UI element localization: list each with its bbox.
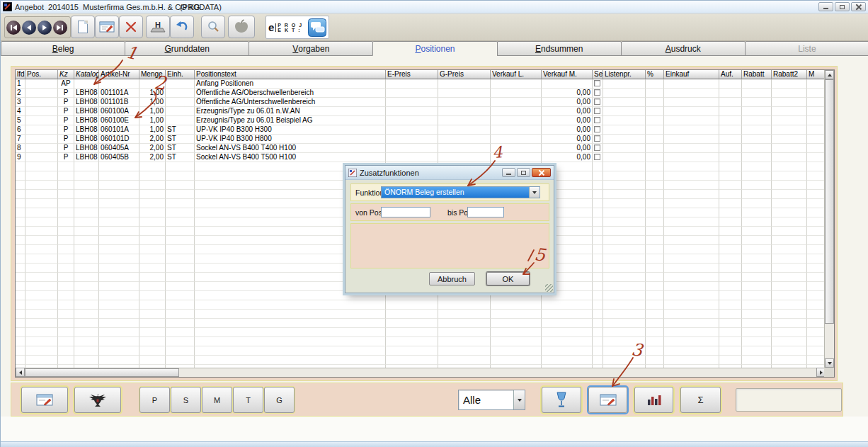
col-header-rabatt2[interactable]: Rabatt2 — [772, 70, 807, 79]
resize-grip[interactable] — [545, 284, 553, 292]
grid-row-4[interactable]: 4PLBH08060100A1,00Erzeugnis/Type zu 06.0… — [16, 107, 826, 116]
col-header-katalog[interactable]: Katalog — [74, 70, 99, 79]
funktion-combobox[interactable]: ÖNORM Beleg erstellen — [381, 186, 540, 198]
set-checkbox[interactable] — [594, 145, 600, 151]
grid-row-3[interactable]: 3PLBH08001101B1,00Öffentliche AG/Untersc… — [16, 98, 826, 107]
glass-button[interactable] — [542, 387, 581, 413]
set-checkbox[interactable] — [594, 89, 600, 96]
col-header-positionstext[interactable]: Positionstext — [195, 70, 386, 79]
sum-button[interactable]: Σ — [680, 387, 721, 413]
col-header-listenpr-[interactable]: Listenpr. — [603, 70, 646, 79]
staple-button[interactable]: H — [146, 16, 170, 38]
col-header-verkauf-l-[interactable]: Verkauf L. — [491, 70, 542, 79]
filter-dropdown-button[interactable] — [513, 390, 525, 409]
maximize-button[interactable] — [835, 2, 850, 11]
grid-row-9[interactable]: 9PLBH08060405B2,00STSockel AN-VS B400 T5… — [16, 153, 826, 162]
set-checkbox[interactable] — [594, 126, 600, 132]
scroll-left-button[interactable] — [16, 368, 25, 377]
filter-button-m[interactable]: M — [202, 387, 232, 413]
ok-button[interactable]: OK — [486, 272, 530, 285]
cell-set — [593, 135, 603, 144]
cell-prozent — [646, 125, 664, 135]
vertical-scroll-thumb[interactable] — [825, 79, 834, 324]
col-header-m[interactable]: M — [807, 70, 826, 79]
col-header-verkauf-m-[interactable]: Verkauf M. — [542, 70, 593, 79]
last-record-button[interactable] — [53, 21, 67, 35]
previous-record-button[interactable] — [22, 21, 36, 35]
filter-button-p[interactable]: P — [139, 387, 170, 413]
tab-positionen[interactable]: Positionen — [372, 41, 497, 56]
col-header-menge[interactable]: Menge — [139, 70, 166, 79]
von-pos-input[interactable] — [381, 207, 430, 217]
next-record-button[interactable] — [38, 21, 52, 35]
dialog-minimize-button[interactable] — [502, 168, 515, 177]
col-header-artikel-nr[interactable]: Artikel-Nr — [99, 70, 139, 79]
dialog-title-bar[interactable]: Zusatzfunktionen — [346, 166, 554, 180]
set-checkbox[interactable] — [594, 135, 600, 142]
scroll-up-button[interactable] — [825, 70, 834, 79]
tab-beleg[interactable]: Beleg — [1, 41, 125, 56]
set-checkbox[interactable] — [594, 80, 600, 86]
scroll-down-button[interactable] — [825, 358, 834, 368]
abbruch-button[interactable]: Abbruch — [429, 272, 475, 285]
title-bar[interactable]: Angebot 2014015 Musterfirma Ges.m.b.H. &… — [1, 1, 868, 13]
cell-listenpr — [603, 79, 646, 89]
col-header-rabatt[interactable]: Rabatt — [742, 70, 772, 79]
grid-row-2[interactable]: 2PLBH08001101A1,00Öffentliche AG/Obersch… — [16, 89, 826, 98]
col-header-g-preis[interactable]: G-Preis — [438, 70, 491, 79]
set-checkbox[interactable] — [594, 108, 600, 114]
grid-row-6[interactable]: 6PLBH08060101A1,00STUP-VK IP40 B300 H300… — [16, 125, 826, 135]
set-checkbox[interactable] — [594, 98, 600, 105]
col-header-einkauf[interactable]: Einkauf — [664, 70, 719, 79]
dialog-maximize-button[interactable] — [517, 168, 530, 177]
col-header-auf-[interactable]: Auf. — [719, 70, 742, 79]
first-record-button[interactable] — [6, 21, 21, 35]
col-header-e-preis[interactable]: E-Preis — [386, 70, 438, 79]
edit-form-button[interactable] — [95, 16, 119, 38]
search-button[interactable] — [201, 16, 225, 38]
grid-row-7[interactable]: 7PLBH08060101D2,00STUP-VK IP40 B300 H800… — [16, 135, 826, 144]
cell-rabatt — [742, 227, 772, 236]
dialog-close-button[interactable] — [532, 168, 551, 177]
cell-verkauf_m: 0,00 — [542, 144, 593, 153]
new-document-button[interactable] — [71, 16, 95, 38]
filter-button-t[interactable]: T — [233, 387, 263, 413]
col-header-einh-[interactable]: Einh. — [166, 70, 195, 79]
filter-combobox[interactable]: Alle — [458, 390, 525, 410]
grid-row-1[interactable]: 1APAnfang Positionen — [16, 79, 826, 89]
eprojekt-chat-button[interactable] — [308, 18, 326, 37]
cell-einkauf — [664, 107, 719, 116]
form-pencil-icon — [600, 394, 617, 407]
filter-button-s[interactable]: S — [171, 387, 201, 413]
zusatzfunktionen-button[interactable] — [588, 387, 627, 413]
position-edit-button[interactable] — [21, 387, 68, 413]
col-header-set[interactable]: Set — [593, 70, 603, 79]
cell-einh — [166, 319, 195, 328]
chart-button[interactable] — [634, 387, 673, 413]
filter-button-g[interactable]: G — [264, 387, 295, 413]
tab-ausdruck[interactable]: Ausdruck — [621, 41, 746, 56]
col-header-lfd[interactable]: lfd — [16, 70, 25, 79]
cell-kz — [58, 245, 74, 254]
tab-grunddaten[interactable]: Grunddaten — [125, 41, 249, 56]
cell-auf — [719, 153, 742, 162]
minimize-button[interactable] — [818, 2, 833, 11]
col-header-kz[interactable]: Kz — [58, 70, 74, 79]
apple-button[interactable] — [228, 16, 255, 38]
horizontal-scroll-thumb[interactable] — [25, 368, 179, 377]
onorm-button[interactable] — [74, 387, 121, 413]
undo-button[interactable] — [170, 16, 194, 38]
grid-row-8[interactable]: 8PLBH08060405A2,00STSockel AN-VS B400 T4… — [16, 144, 826, 153]
funktion-dropdown-button[interactable] — [529, 187, 539, 198]
set-checkbox[interactable] — [594, 117, 600, 123]
close-button[interactable] — [851, 2, 866, 11]
col-header-pos-[interactable]: Pos. — [25, 70, 58, 79]
tab-endsummen[interactable]: Endsummen — [497, 41, 622, 56]
grid-row-5[interactable]: 5PLBH08060100E1,00Erzeugnis/Type zu 06.0… — [16, 116, 826, 125]
tab-vorgaben[interactable]: Vorgaben — [249, 41, 373, 56]
bis-pos-input[interactable] — [467, 207, 504, 217]
cell-pos — [25, 236, 58, 245]
col-header-%[interactable]: % — [646, 70, 664, 79]
delete-button[interactable] — [119, 16, 143, 38]
set-checkbox[interactable] — [594, 154, 600, 160]
